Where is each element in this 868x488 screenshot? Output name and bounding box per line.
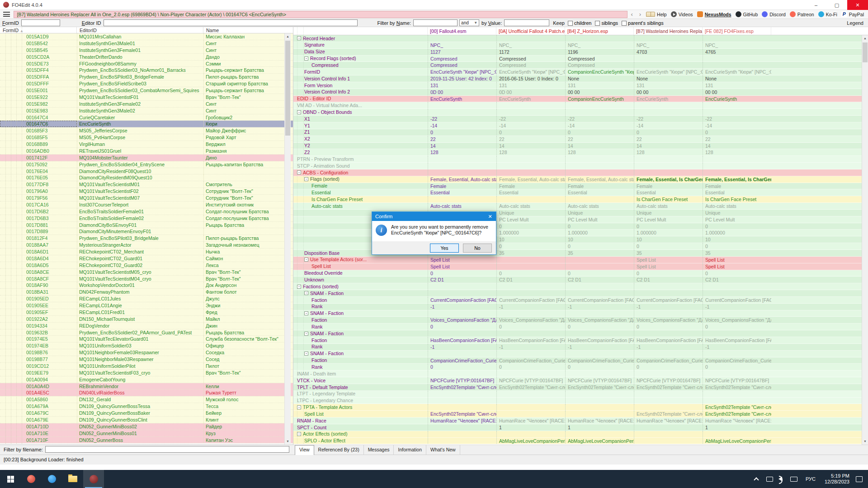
breadcrumb[interactable]: [B7] Wasteland Heroines Replacer All in … — [14, 11, 627, 18]
field-row[interactable]: Spell ListEncSynth02Template "Синт-сле..… — [293, 411, 868, 418]
field-row[interactable]: VTCK - VoiceNPCFCurie [VTYP:001647BF]NPC… — [293, 377, 868, 384]
expand-toggle-icon[interactable]: - — [297, 36, 301, 40]
field-row[interactable]: INAM - Death item — [293, 371, 868, 377]
field-row[interactable]: Version Control Info 20D 000D 0000 0000 … — [293, 89, 868, 96]
left-table-row[interactable]: 0015DFFFPrydwen_EncBoSFieldScribe03Старш… — [0, 80, 293, 87]
column-header-name[interactable]: Name — [203, 27, 284, 33]
field-row[interactable]: Is CharGen Face PresetIs CharGen Face Pr… — [293, 196, 868, 203]
field-row[interactable]: Z2128128128128128 — [293, 149, 868, 156]
left-table-row[interactable]: 0018A6D5REChokepointCT02_Guard02Лекса — [0, 262, 293, 269]
field-row[interactable]: -Record Header — [293, 35, 868, 42]
filter-value-input[interactable] — [504, 19, 549, 26]
left-table-row[interactable]: 00168B89VirgilHumanВерджил — [0, 141, 293, 148]
scroll-up-icon[interactable]: ▲ — [285, 33, 291, 40]
expand-toggle-icon[interactable]: - — [297, 285, 301, 289]
minimize-button[interactable]: – — [806, 0, 826, 10]
left-scrollbar-thumb[interactable] — [285, 41, 290, 136]
taskbar-file-explorer[interactable] — [62, 470, 83, 488]
videos-link[interactable]: Videos — [671, 11, 693, 17]
expand-toggle-icon[interactable]: - — [304, 332, 308, 336]
start-button[interactable] — [0, 470, 21, 488]
field-row[interactable]: FactionCompanionCrimeFaction_Curie ...Co… — [293, 357, 868, 364]
tab-messages[interactable]: Messages — [364, 445, 394, 455]
left-table-row[interactable]: 0018A6D1REChokepointCT02_MerchantНычка — [0, 249, 293, 255]
field-row[interactable]: -OBND - Object Bounds — [293, 109, 868, 116]
left-table-row[interactable]: 00176E05DiamondCityResidentM09Quest10 — [0, 174, 293, 181]
field-row[interactable]: SPLO - Actor EffectAbMagLiveLoveCompanio… — [293, 438, 868, 445]
left-scrollbar[interactable]: ▲ ▼ — [284, 33, 291, 445]
filter-by-filename-input[interactable] — [45, 446, 289, 453]
field-row[interactable]: CompressedCompressedCompressedCompressed — [293, 62, 868, 69]
keyboard-icon[interactable] — [790, 477, 797, 482]
editorid-input[interactable] — [104, 19, 358, 26]
left-table-row[interactable]: 0015B545InstituteSynthGen3Female01Синт — [0, 47, 293, 54]
field-row[interactable]: Y1-14-14-14-14-14 — [293, 122, 868, 129]
forward-icon[interactable]: › — [636, 11, 644, 18]
left-table-row[interactable]: 00194334REDogVendorДжин — [0, 323, 293, 329]
expand-toggle-icon[interactable]: - — [304, 311, 308, 315]
and-or-select[interactable]: and▼ — [459, 19, 479, 26]
left-table-row[interactable]: 0017D6B2EncBoSTraitsSoldierFemale01Солда… — [0, 208, 293, 215]
left-table-row[interactable]: 0018AF90WorkshopVendorDoctor01Док Андерс… — [0, 282, 293, 289]
field-row[interactable]: Rank00000 — [293, 364, 868, 371]
left-table-row[interactable]: 001A679CDN109_QuincyGunnerBossBakerБейке… — [0, 410, 293, 417]
left-table-row[interactable]: 001A5860DN132_GeraldМужской голос — [0, 396, 293, 403]
left-table-row[interactable]: 0015DFFAPrydwen_EncBoSPilot03_BridgeFema… — [0, 74, 293, 80]
left-table-row[interactable]: 00198B76MQ101NeighborFemale03RespawnerСо… — [0, 349, 293, 356]
dialog-title-bar[interactable]: Confirm ✕ — [372, 212, 496, 221]
left-table-row[interactable]: 001905EFRECampLC01Fred01Фред — [0, 309, 293, 316]
left-table-row[interactable]: 001A0094EmogeneCabotYoung — [0, 376, 293, 383]
left-table-row[interactable]: 001922A2DN150_MichaelTournquistМайкл — [0, 316, 293, 323]
field-row[interactable]: -SNAM - Faction — [293, 330, 868, 337]
field-row[interactable]: UnknownC2 D1C2 D1C2 D1C2 D1C2 D1 — [293, 277, 868, 283]
field-row[interactable]: FactionVoices_CompanionsFaction "Дл...Vo… — [293, 317, 868, 324]
left-table-row[interactable]: 0015E922MQ101VaultTecScientistF01Врач "В… — [0, 94, 293, 101]
left-table-row[interactable]: 001974EBMQ101UniformSoldier03Офицер — [0, 343, 293, 349]
field-row[interactable]: FemaleFemaleFemaleFemaleFemaleFemale — [293, 183, 868, 190]
field-row[interactable]: -ACBS - Configuration — [293, 169, 868, 176]
legend-link[interactable]: Legend — [847, 20, 863, 26]
field-row[interactable]: -Use Template Actors (sor...Spell ListSp… — [293, 257, 868, 263]
expand-toggle-icon[interactable]: - — [304, 291, 308, 295]
tab-what-s-new[interactable]: What's New — [426, 445, 460, 455]
field-row[interactable]: -Flags (sorted)Female, Essential, Auto-c… — [293, 176, 868, 183]
left-table-row[interactable]: 001A710DDN052_GunnerMiniBoss02Райдер — [0, 423, 293, 430]
taskbar-app-2[interactable] — [42, 470, 62, 488]
expand-toggle-icon[interactable]: - — [304, 56, 308, 61]
speaker-icon[interactable] — [778, 477, 782, 481]
field-row[interactable]: Bleedout Override00000 — [293, 270, 868, 277]
field-column-header[interactable] — [293, 27, 428, 35]
left-table-row[interactable]: 0015E983InstituteSynthGen3Male02Синт — [0, 108, 293, 114]
left-table-row[interactable]: 0015A1D9MQ101MrsCallahanМиссис Каллахан — [0, 33, 293, 40]
maximize-button[interactable]: ▢ — [826, 0, 847, 10]
left-table-row[interactable]: 001A710EDN052_GunnerMiniBoss01Круз — [0, 430, 293, 437]
left-table-row[interactable]: 001A0A4DREBrahminVendorКелли — [0, 383, 293, 390]
left-table-row[interactable]: 001A679ADN109_QuincyGunnerBossTessaТесса — [0, 403, 293, 410]
field-row[interactable]: VM AD - Virtual Machine Ada... — [293, 102, 868, 109]
left-table-row[interactable]: 0018A8CEMQ101VaultTecScientistM05_cryoВр… — [0, 269, 293, 276]
field-row[interactable]: Version Control Info 12019-11-25 User: 4… — [293, 75, 868, 82]
taskbar-clock[interactable]: 5:19 PM 12/28/2023 — [825, 473, 849, 485]
field-row[interactable]: FactionCurrentCompanionFaction [FAC...Cu… — [293, 297, 868, 304]
left-table-row[interactable]: 001812F4Prydwen_EncBoSPilot03_BridgeMale… — [0, 235, 293, 242]
yes-button[interactable]: Yes — [430, 244, 459, 253]
keep-children-checkbox[interactable]: children — [568, 20, 592, 26]
right-scrollbar[interactable]: ▲ ▼ — [862, 35, 868, 445]
left-table-row[interactable]: 001A710FDN052_GunnerBossКапитан Уэс — [0, 437, 293, 444]
field-row[interactable]: SPCT - Count111 — [293, 424, 868, 431]
field-row[interactable]: Auto-calc statsAuto-calc statsAuto-calc … — [293, 203, 868, 210]
left-table-row[interactable]: 00177DF8MQ101VaultTecScientistM01Смотрит… — [0, 181, 293, 188]
field-row[interactable]: -SNAM - Faction — [293, 310, 868, 317]
column-header-formid[interactable]: FormID ▲ — [0, 27, 77, 33]
field-row[interactable]: -SNAM - Faction — [293, 290, 868, 297]
ko-fi-link[interactable]: Ko-Fi — [818, 11, 837, 17]
tab-referenced-by-23-[interactable]: Referenced By (23) — [314, 445, 364, 455]
tab-view[interactable]: View — [295, 445, 314, 455]
network-icon[interactable] — [766, 477, 773, 482]
language-indicator[interactable]: РУС — [806, 476, 816, 482]
taskbar-fo4edit[interactable] — [83, 470, 104, 488]
left-table-row[interactable]: 0017D6B3EncBoSTraitsSoldierFemale02Солда… — [0, 215, 293, 222]
left-table-row[interactable]: 0017D889DiamondCityMinutemenEnvoyF01 — [0, 228, 293, 235]
keep-parents-siblings-checkbox[interactable]: parent's siblings — [622, 20, 664, 26]
dialog-close-icon[interactable]: ✕ — [484, 214, 496, 220]
